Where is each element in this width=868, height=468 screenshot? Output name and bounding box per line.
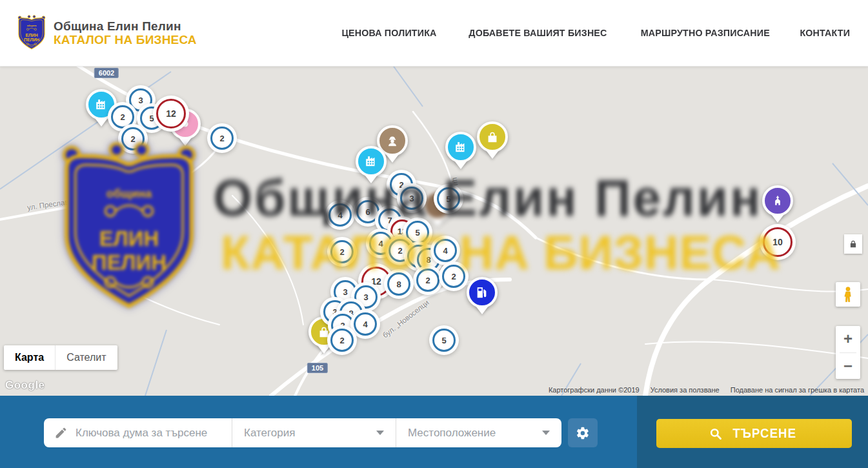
category-select[interactable]: Категория <box>232 418 396 447</box>
lock-icon <box>849 239 858 249</box>
keyword-search-input[interactable] <box>76 427 224 440</box>
cluster-marker[interactable]: 2 <box>111 105 134 128</box>
cluster-count: 3 <box>409 194 414 203</box>
google-logo[interactable]: Google <box>5 379 45 392</box>
factory-icon <box>94 97 108 112</box>
cluster-count: 2 <box>130 134 135 144</box>
cluster-count: 2 <box>120 112 125 122</box>
attribution-terms-link[interactable]: Условия за ползване <box>651 386 720 394</box>
cluster-count: 2 <box>339 247 344 257</box>
cluster-count: 4 <box>338 210 342 220</box>
search-icon <box>709 427 722 440</box>
cluster-marker[interactable]: 4 <box>354 312 377 336</box>
road-number-label: 6002 <box>94 68 119 78</box>
cluster-count: 5 <box>446 194 450 204</box>
nav-item-schedule[interactable]: МАРШРУТНО РАЗПИСАНИЕ <box>641 27 770 39</box>
main-nav: ЦЕНОВА ПОЛИТИКА ДОБАВЕТЕ ВАШИЯТ БИЗНЕС М… <box>338 27 852 39</box>
cluster-marker[interactable]: 2 <box>442 265 465 288</box>
cluster-count: 4 <box>443 246 447 256</box>
bag-marker[interactable] <box>477 121 508 161</box>
search-button[interactable]: ТЪРСЕНЕ <box>656 419 852 448</box>
church-marker[interactable] <box>762 185 793 225</box>
cluster-marker[interactable]: 5 <box>406 221 429 244</box>
factory-marker[interactable] <box>86 89 117 129</box>
attribution-copyright: Картографски данни ©2019 <box>549 386 640 394</box>
header: община ЕЛИН ПЕЛИН Община Елин Пелин КАТА… <box>0 0 868 66</box>
factory-icon <box>454 140 468 154</box>
pegman-icon <box>841 286 855 303</box>
fuel-pump-icon <box>475 285 489 300</box>
site-logo[interactable]: община ЕЛИН ПЕЛИН Община Елин Пелин КАТА… <box>16 12 197 54</box>
cluster-marker[interactable]: 2 <box>330 329 354 352</box>
cluster-count: 8 <box>426 255 430 265</box>
gear-icon <box>576 426 590 440</box>
location-select[interactable]: Местоположение <box>396 418 561 447</box>
cluster-marker[interactable]: 2 <box>416 269 439 292</box>
street-name-label: ци <box>451 177 460 187</box>
zoom-control: + − <box>836 326 860 379</box>
shopping-bag-icon <box>317 325 331 339</box>
cluster-marker[interactable]: 2 <box>210 127 234 150</box>
location-select-value: Местоположение <box>408 427 496 440</box>
map-type-map-button[interactable]: Карта <box>4 345 55 370</box>
worker-icon <box>385 134 399 148</box>
zoom-in-button[interactable]: + <box>836 326 860 352</box>
cluster-count: 5 <box>149 114 154 123</box>
road-number-label: 105 <box>307 363 328 373</box>
cluster-marker[interactable]: 10 <box>763 227 792 257</box>
keyword-section <box>44 418 232 447</box>
advanced-settings-button[interactable] <box>568 418 598 447</box>
site-subtitle: КАТАЛОГ НА БИЗНЕСА <box>54 33 197 46</box>
factory-marker[interactable] <box>356 146 387 186</box>
shopping-bag-icon <box>485 130 500 144</box>
cluster-marker[interactable]: 8 <box>387 272 410 296</box>
cluster-count: 5 <box>415 228 419 238</box>
cluster-count: 3 <box>363 292 368 302</box>
cluster-count: 12 <box>371 276 381 287</box>
chevron-down-icon <box>542 431 550 435</box>
map-type-control: Карта Сателит <box>4 345 117 370</box>
fuel-marker[interactable] <box>467 277 498 317</box>
category-select-value: Категория <box>244 427 295 440</box>
nav-item-pricing[interactable]: ЦЕНОВА ПОЛИТИКА <box>341 27 436 39</box>
cluster-count: 8 <box>396 280 401 289</box>
nav-item-contacts[interactable]: КОНТАКТИ <box>800 27 850 39</box>
church-icon <box>771 194 784 207</box>
svg-text:ЕЛИН: ЕЛИН <box>25 33 37 37</box>
lock-button[interactable] <box>844 234 862 254</box>
cluster-count: 4 <box>378 239 383 249</box>
cluster-count: 2 <box>451 272 456 281</box>
cluster-count: 2 <box>398 246 402 256</box>
map-type-satellite-button[interactable]: Сателит <box>55 345 117 370</box>
cluster-marker[interactable]: 4 <box>434 239 457 262</box>
attribution-report-link[interactable]: Подаване на сигнал за грешка в картата <box>731 386 864 394</box>
cluster-count: 12 <box>166 108 176 119</box>
filter-bar: Категория Местоположение <box>44 418 561 447</box>
cluster-count: 7 <box>387 216 392 225</box>
cluster-marker[interactable]: 2 <box>121 127 145 150</box>
cluster-count: 2 <box>339 336 344 345</box>
street-view-pegman[interactable] <box>836 282 860 307</box>
factory-marker[interactable] <box>445 132 476 172</box>
cluster-count: 6 <box>365 207 370 217</box>
chevron-down-icon <box>376 431 384 435</box>
search-bar: Категория Местоположение ТЪРСЕНЕ <box>0 396 868 468</box>
cluster-marker[interactable]: 12 <box>156 99 186 128</box>
municipality-crest-icon: община ЕЛИН ПЕЛИН <box>16 12 47 54</box>
nav-item-add-business[interactable]: ДОБАВЕТЕ ВАШИЯТ БИЗНЕС <box>469 27 607 39</box>
cluster-marker[interactable]: 5 <box>432 329 456 352</box>
cluster-marker[interactable]: 4 <box>328 203 352 227</box>
site-title: Община Елин Пелин <box>54 19 197 33</box>
map-canvas[interactable]: 6002105 ул. Преславбул. „Новоселцици 325… <box>0 66 868 396</box>
cluster-count: 2 <box>425 276 430 285</box>
cluster-marker[interactable]: 3 <box>400 187 423 210</box>
svg-text:община: община <box>27 25 37 27</box>
cluster-marker[interactable]: 2 <box>330 240 354 263</box>
cluster-count: 4 <box>363 320 367 329</box>
zoom-out-button[interactable]: − <box>836 353 860 380</box>
cluster-marker[interactable]: 5 <box>437 187 460 210</box>
cluster-marker[interactable]: 6 <box>356 200 379 223</box>
map-attribution: Картографски данни ©2019 Условия за полз… <box>540 386 864 394</box>
cluster-count: 2 <box>219 134 224 143</box>
cluster-count: 3 <box>343 287 347 297</box>
